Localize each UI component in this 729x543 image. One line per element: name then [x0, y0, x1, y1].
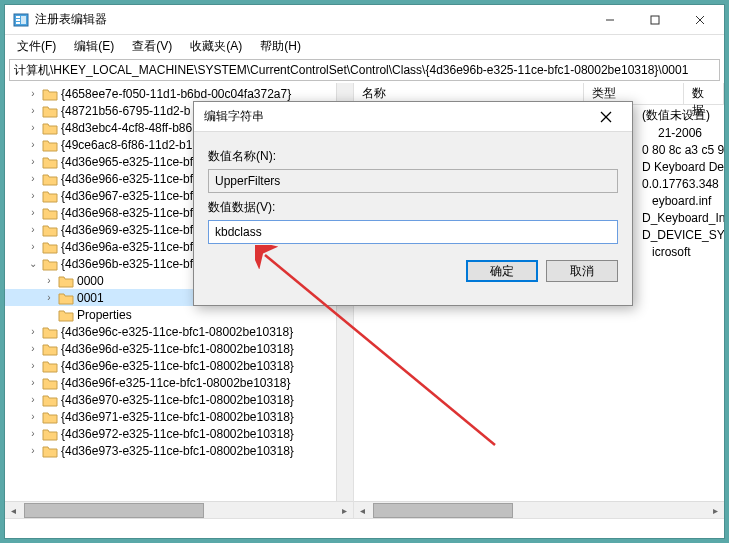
menu-view[interactable]: 查看(V) — [124, 36, 180, 57]
close-button[interactable] — [677, 5, 722, 35]
minimize-button[interactable] — [587, 5, 632, 35]
folder-icon — [42, 359, 58, 373]
statusbar — [5, 518, 724, 539]
folder-icon — [42, 104, 58, 118]
dialog-close-button[interactable] — [590, 102, 622, 132]
svg-rect-2 — [16, 19, 20, 21]
folder-icon — [58, 308, 74, 322]
tree-expand-icon[interactable]: › — [27, 139, 39, 150]
titlebar: 注册表编辑器 — [5, 5, 724, 35]
menu-favorites[interactable]: 收藏夹(A) — [182, 36, 250, 57]
tree-expand-icon[interactable]: › — [27, 428, 39, 439]
menu-edit[interactable]: 编辑(E) — [66, 36, 122, 57]
tree-item[interactable]: ›{4d36e972-e325-11ce-bfc1-08002be10318} — [5, 425, 353, 442]
list-hscrollbar[interactable]: ◂ ▸ — [354, 501, 724, 518]
menu-file[interactable]: 文件(F) — [9, 36, 64, 57]
tree-expand-icon[interactable]: › — [43, 292, 55, 303]
tree-item[interactable]: ›{4d36e96d-e325-11ce-bfc1-08002be10318} — [5, 340, 353, 357]
folder-icon — [42, 240, 58, 254]
tree-item[interactable]: ›{4d36e96f-e325-11ce-bfc1-08002be10318} — [5, 374, 353, 391]
folder-icon — [58, 291, 74, 305]
svg-rect-1 — [16, 16, 20, 18]
scroll-thumb[interactable] — [24, 503, 204, 518]
dialog-title: 编辑字符串 — [204, 108, 590, 125]
scroll-right-icon[interactable]: ▸ — [707, 502, 724, 519]
tree-expand-icon[interactable]: › — [27, 190, 39, 201]
value-name-field: UpperFilters — [208, 169, 618, 193]
tree-expand-icon[interactable]: › — [27, 377, 39, 388]
tree-expand-icon[interactable]: › — [43, 275, 55, 286]
tree-item[interactable]: ›{4d36e96e-e325-11ce-bfc1-08002be10318} — [5, 357, 353, 374]
tree-expand-icon[interactable]: › — [27, 88, 39, 99]
dialog-titlebar: 编辑字符串 — [194, 102, 632, 132]
tree-item[interactable]: ›{4d36e973-e325-11ce-bfc1-08002be10318} — [5, 442, 353, 459]
folder-icon — [42, 189, 58, 203]
scroll-right-icon[interactable]: ▸ — [336, 502, 353, 519]
folder-icon — [42, 138, 58, 152]
address-text: 计算机\HKEY_LOCAL_MACHINE\SYSTEM\CurrentCon… — [14, 62, 688, 79]
value-name-label: 数值名称(N): — [208, 148, 618, 165]
svg-rect-3 — [16, 22, 20, 24]
cancel-button[interactable]: 取消 — [546, 260, 618, 282]
dialog-body: 数值名称(N): UpperFilters 数值数据(V): — [194, 132, 632, 254]
folder-icon — [42, 121, 58, 135]
value-data-input[interactable] — [208, 220, 618, 244]
scroll-left-icon[interactable]: ◂ — [5, 502, 22, 519]
tree-expand-icon[interactable]: › — [27, 105, 39, 116]
tree-expand-icon[interactable]: › — [27, 411, 39, 422]
svg-rect-4 — [21, 16, 26, 24]
regedit-window: 注册表编辑器 文件(F) 编辑(E) 查看(V) 收藏夹(A) 帮助(H) 计算… — [4, 4, 725, 539]
folder-icon — [42, 155, 58, 169]
menu-help[interactable]: 帮助(H) — [252, 36, 309, 57]
window-title: 注册表编辑器 — [35, 11, 587, 28]
tree-item[interactable]: ›{4d36e971-e325-11ce-bfc1-08002be10318} — [5, 408, 353, 425]
folder-icon — [42, 427, 58, 441]
tree-expand-icon[interactable]: › — [27, 343, 39, 354]
tree-expand-icon[interactable]: › — [27, 122, 39, 133]
col-data[interactable]: 数据 — [684, 83, 724, 104]
folder-icon — [42, 342, 58, 356]
ok-button[interactable]: 确定 — [466, 260, 538, 282]
tree-expand-icon[interactable]: › — [27, 445, 39, 456]
folder-icon — [42, 444, 58, 458]
tree-expand-icon[interactable]: › — [27, 173, 39, 184]
tree-item[interactable]: ›{4658ee7e-f050-11d1-b6bd-00c04fa372a7} — [5, 85, 353, 102]
menubar: 文件(F) 编辑(E) 查看(V) 收藏夹(A) 帮助(H) — [5, 35, 724, 57]
tree-expand-icon[interactable]: › — [27, 156, 39, 167]
tree-item[interactable]: Properties — [5, 306, 353, 323]
folder-icon — [42, 257, 58, 271]
tree-hscrollbar[interactable]: ◂ ▸ — [5, 501, 353, 518]
folder-icon — [58, 274, 74, 288]
tree-expand-icon[interactable]: › — [27, 207, 39, 218]
regedit-icon — [13, 12, 29, 28]
address-bar[interactable]: 计算机\HKEY_LOCAL_MACHINE\SYSTEM\CurrentCon… — [9, 59, 720, 81]
folder-icon — [42, 325, 58, 339]
tree-collapse-icon[interactable]: ⌄ — [27, 258, 39, 269]
folder-icon — [42, 393, 58, 407]
maximize-button[interactable] — [632, 5, 677, 35]
tree-expand-icon[interactable]: › — [27, 224, 39, 235]
scroll-thumb[interactable] — [373, 503, 513, 518]
tree-item[interactable]: ›{4d36e96c-e325-11ce-bfc1-08002be10318} — [5, 323, 353, 340]
folder-icon — [42, 376, 58, 390]
folder-icon — [42, 410, 58, 424]
tree-expand-icon[interactable]: › — [27, 326, 39, 337]
folder-icon — [42, 206, 58, 220]
tree-expand-icon[interactable]: › — [27, 394, 39, 405]
tree-item[interactable]: ›{4d36e970-e325-11ce-bfc1-08002be10318} — [5, 391, 353, 408]
folder-icon — [42, 223, 58, 237]
value-data-label: 数值数据(V): — [208, 199, 618, 216]
dialog-buttons: 确定 取消 — [194, 254, 632, 292]
svg-rect-6 — [651, 16, 659, 24]
tree-expand-icon[interactable]: › — [27, 241, 39, 252]
tree-expand-icon[interactable]: › — [27, 360, 39, 371]
edit-string-dialog: 编辑字符串 数值名称(N): UpperFilters 数值数据(V): 确定 … — [193, 101, 633, 306]
folder-icon — [42, 172, 58, 186]
folder-icon — [42, 87, 58, 101]
scroll-left-icon[interactable]: ◂ — [354, 502, 371, 519]
